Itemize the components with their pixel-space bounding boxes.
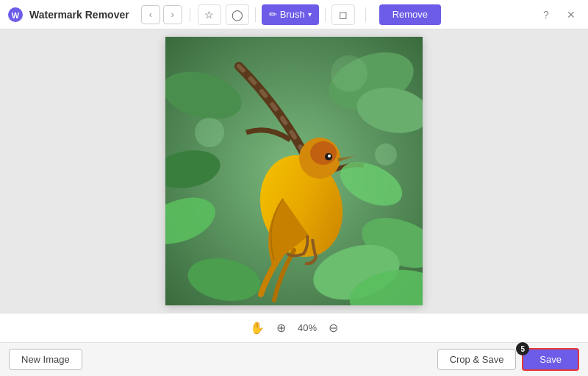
- toolbar-divider-3: [325, 7, 326, 22]
- pan-tool-button[interactable]: ✋: [250, 321, 265, 335]
- back-button[interactable]: ‹: [141, 5, 160, 24]
- zoom-in-button[interactable]: ⊕: [276, 321, 286, 335]
- svg-point-19: [375, 143, 397, 166]
- forward-button[interactable]: ›: [163, 5, 182, 24]
- image-container: [165, 37, 423, 305]
- eraser-tool-button[interactable]: ◻: [331, 4, 355, 25]
- toolbar-divider-1: [190, 7, 190, 22]
- app-logo-icon: W: [7, 7, 24, 23]
- bird-image: [165, 37, 423, 305]
- forward-icon: ›: [171, 10, 174, 20]
- svg-point-12: [310, 141, 337, 165]
- save-button-wrapper: 5 Save: [522, 348, 579, 371]
- hand-icon: ✋: [250, 321, 265, 335]
- toolbar-divider-2: [255, 7, 256, 22]
- zoom-out-button[interactable]: ⊖: [329, 321, 338, 335]
- close-icon: ✕: [567, 9, 576, 21]
- main-canvas-area: [0, 29, 588, 313]
- app-title: Watermark Remover: [29, 9, 129, 21]
- footer-right: Crop & Save 5 Save: [437, 348, 579, 371]
- eraser-icon: ◻: [339, 9, 348, 21]
- new-image-button[interactable]: New Image: [9, 349, 82, 370]
- lasso-tool-button[interactable]: ◯: [226, 4, 249, 25]
- title-left: W Watermark Remover ‹ › ☆ ◯ ✏ Bru: [7, 4, 441, 25]
- title-bar: W Watermark Remover ‹ › ☆ ◯ ✏ Bru: [0, 0, 588, 29]
- star-tool-button[interactable]: ☆: [198, 4, 221, 25]
- brush-icon: ✏: [269, 9, 277, 20]
- svg-point-20: [331, 55, 368, 92]
- zoom-bar: ✋ ⊕ 40% ⊖: [0, 313, 588, 342]
- title-right: ? ✕: [537, 5, 581, 24]
- brush-chevron-icon: ▾: [308, 10, 312, 18]
- toolbar: ☆ ◯ ✏ Brush ▾ ◻: [198, 4, 355, 25]
- help-icon: ?: [543, 9, 549, 21]
- brush-label: Brush: [280, 9, 305, 20]
- brush-button[interactable]: ✏ Brush ▾: [262, 4, 319, 25]
- zoom-in-icon: ⊕: [276, 321, 286, 335]
- svg-text:W: W: [12, 10, 20, 19]
- zoom-out-icon: ⊖: [329, 321, 338, 335]
- remove-button[interactable]: Remove: [379, 4, 441, 25]
- star-icon: ☆: [204, 9, 214, 21]
- nav-buttons: ‹ ›: [141, 5, 182, 24]
- footer-bar: New Image Crop & Save 5 Save: [0, 342, 588, 376]
- lasso-icon: ◯: [232, 9, 243, 21]
- crop-save-button[interactable]: Crop & Save: [437, 349, 517, 370]
- svg-point-18: [195, 118, 224, 147]
- back-icon: ‹: [149, 10, 152, 20]
- help-button[interactable]: ?: [537, 5, 556, 24]
- save-button[interactable]: Save: [522, 348, 579, 371]
- zoom-level: 40%: [298, 322, 317, 333]
- close-button[interactable]: ✕: [562, 5, 581, 24]
- toolbar-divider-4: [365, 7, 366, 22]
- svg-point-14: [328, 155, 331, 157]
